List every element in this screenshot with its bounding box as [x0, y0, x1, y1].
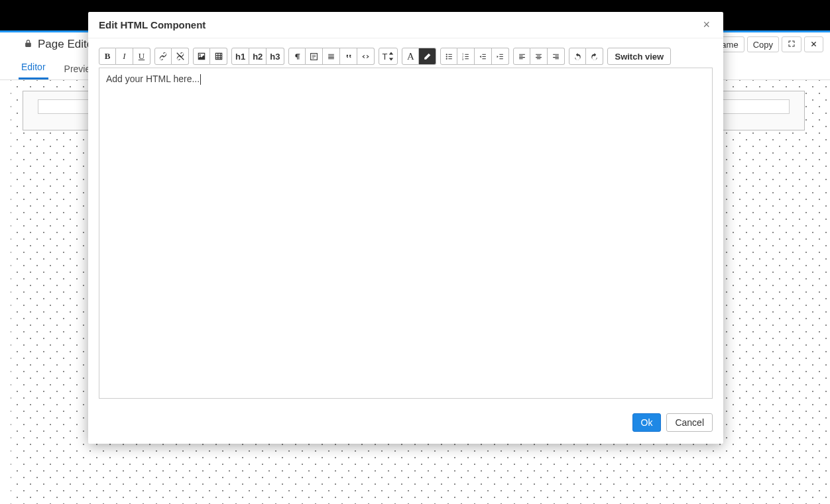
bold-button[interactable]: B — [99, 48, 116, 65]
outdent-icon — [479, 52, 487, 61]
block-group — [288, 48, 375, 65]
table-button[interactable] — [210, 48, 227, 65]
quote-icon — [344, 52, 353, 61]
address-button[interactable] — [323, 48, 340, 65]
number-list-icon: 123 — [461, 52, 470, 61]
indent-icon — [496, 52, 504, 61]
align-left-icon — [518, 52, 526, 61]
align-right-icon — [552, 52, 560, 61]
font-group: A — [402, 48, 436, 65]
modal-footer: Ok Cancel — [88, 404, 723, 444]
h2-button[interactable]: h2 — [249, 48, 267, 65]
link-icon — [158, 52, 168, 61]
image-icon — [197, 52, 206, 61]
modal-body: B I U — [88, 38, 723, 404]
modal-title: Edit HTML Component — [99, 19, 206, 30]
html-editor-textarea[interactable]: Add your HTML here... — [99, 68, 713, 399]
ok-button[interactable]: Ok — [632, 413, 662, 432]
paragraph-icon — [292, 52, 301, 61]
modal-header: Edit HTML Component × — [88, 12, 723, 38]
indent-button[interactable] — [492, 48, 509, 65]
preformatted-icon — [310, 52, 318, 61]
code-icon — [361, 52, 370, 61]
align-center-icon — [534, 52, 543, 61]
rich-text-toolbar: B I U — [99, 48, 713, 65]
link-group — [154, 48, 189, 65]
undo-icon — [573, 52, 582, 61]
font-size-group: T — [379, 48, 398, 65]
redo-icon — [590, 52, 599, 61]
switch-view-button[interactable]: Switch view — [607, 48, 671, 65]
font-size-label: T — [383, 52, 388, 62]
image-button[interactable] — [193, 48, 210, 65]
cancel-button[interactable]: Cancel — [666, 413, 713, 432]
h3-button[interactable]: h3 — [267, 48, 284, 65]
bullet-list-button[interactable] — [440, 48, 457, 65]
edit-html-modal: Edit HTML Component × B I U — [88, 12, 723, 444]
lines-icon — [327, 52, 335, 61]
history-group — [569, 48, 603, 65]
preformatted-button[interactable] — [306, 48, 323, 65]
heading-group: h1 h2 h3 — [231, 48, 284, 65]
align-left-button[interactable] — [513, 48, 530, 65]
blockquote-button[interactable] — [340, 48, 357, 65]
clear-format-button[interactable] — [419, 48, 436, 65]
text-cursor — [200, 74, 201, 85]
font-size-button[interactable]: T — [379, 48, 398, 65]
insert-group — [193, 48, 227, 65]
align-right-button[interactable] — [548, 48, 565, 65]
updown-icon — [388, 52, 394, 61]
list-group: 123 — [440, 48, 509, 65]
switch-view-group: Switch view — [607, 48, 671, 65]
text-style-group: B I U — [99, 48, 150, 65]
align-center-button[interactable] — [530, 48, 548, 65]
number-list-button[interactable]: 123 — [457, 48, 475, 65]
outdent-button[interactable] — [475, 48, 492, 65]
bullet-list-icon — [445, 52, 453, 61]
eraser-icon — [423, 52, 432, 61]
editor-placeholder-text: Add your HTML here... — [106, 74, 200, 84]
modal-close-button[interactable]: × — [700, 18, 713, 32]
unlink-button[interactable] — [172, 48, 189, 65]
svg-point-1 — [446, 54, 447, 55]
code-button[interactable] — [357, 48, 375, 65]
h1-button[interactable]: h1 — [231, 48, 249, 65]
table-icon — [214, 52, 223, 61]
undo-button[interactable] — [569, 48, 586, 65]
link-button[interactable] — [154, 48, 172, 65]
italic-button[interactable]: I — [116, 48, 133, 65]
underline-button[interactable]: U — [133, 48, 150, 65]
svg-text:3: 3 — [463, 58, 464, 60]
svg-point-3 — [446, 58, 447, 59]
font-family-button[interactable]: A — [402, 48, 419, 65]
svg-point-2 — [446, 56, 447, 57]
paragraph-button[interactable] — [288, 48, 306, 65]
align-group — [513, 48, 565, 65]
unlink-icon — [176, 52, 185, 61]
redo-button[interactable] — [586, 48, 603, 65]
